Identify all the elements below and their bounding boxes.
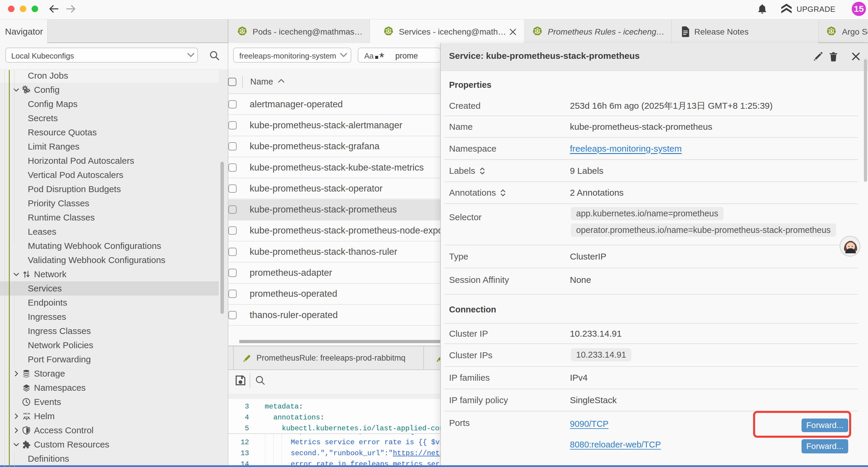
svg-text:HELM: HELM <box>23 412 30 415</box>
